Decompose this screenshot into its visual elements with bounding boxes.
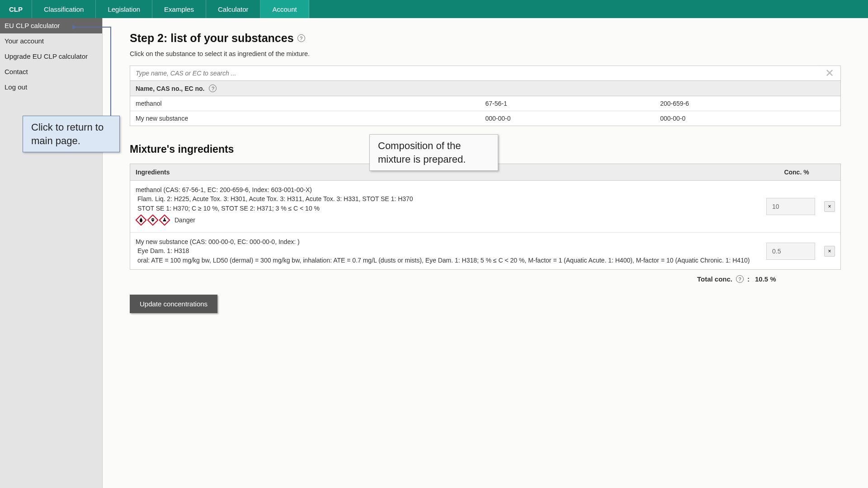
nav-examples[interactable]: Examples <box>152 0 206 18</box>
remove-ingredient-button[interactable]: × <box>824 201 835 212</box>
substance-row[interactable]: methanol 67-56-1 200-659-6 <box>130 96 840 111</box>
hazard-pictograms: Danger <box>136 215 195 225</box>
ingredients-header: Ingredients Conc. % <box>130 164 840 181</box>
ingredient-line1: methanol (CAS: 67-56-1, EC: 200-659-6, I… <box>136 185 758 194</box>
substance-name: My new substance <box>136 115 486 122</box>
svg-point-7 <box>164 218 165 219</box>
ingredient-signal: Danger <box>175 216 195 225</box>
substance-cas: 000-00-0 <box>486 115 660 122</box>
help-icon[interactable]: ? <box>297 34 305 42</box>
ingredient-line3: STOT SE 1: H370; C ≥ 10 %, STOT SE 2: H3… <box>136 204 758 213</box>
ingredients-title: Mixture's ingredients <box>130 143 841 155</box>
nav-account[interactable]: Account <box>260 0 309 18</box>
total-label: Total conc. <box>697 275 732 283</box>
substance-cas: 67-56-1 <box>486 100 660 107</box>
sidebar-item-logout[interactable]: Log out <box>0 80 102 95</box>
ingredient-controls: × <box>758 243 835 260</box>
ingredient-row: My new substance (CAS: 000-00-0, EC: 000… <box>130 233 840 269</box>
ingredient-line2: Flam. Liq. 2: H225, Acute Tox. 3: H301, … <box>136 194 758 203</box>
page-title-text: Step 2: list of your substances <box>130 32 294 45</box>
total-value: 10.5 % <box>755 275 782 283</box>
nav-brand[interactable]: CLP <box>0 0 32 18</box>
nav-legislation[interactable]: Legislation <box>96 0 152 18</box>
ingredients-panel: Ingredients Conc. % methanol (CAS: 67-56… <box>130 164 841 270</box>
sidebar-item-calculator[interactable]: EU CLP calculator <box>0 18 102 33</box>
substance-name: methanol <box>136 100 486 107</box>
ghs-flame-icon <box>136 215 146 225</box>
svg-point-3 <box>152 219 153 220</box>
ingredient-desc: methanol (CAS: 67-56-1, EC: 200-659-6, I… <box>136 185 758 228</box>
ingredient-line3: oral: ATE = 100 mg/kg bw, LD50 (dermal) … <box>136 256 758 265</box>
sidebar: EU CLP calculator Your account Upgrade E… <box>0 18 103 488</box>
ghs-skull-icon <box>147 215 158 225</box>
search-input[interactable] <box>130 66 819 80</box>
sidebar-item-contact[interactable]: Contact <box>0 64 102 80</box>
main-content: Step 2: list of your substances ? Click … <box>103 18 868 488</box>
ingredient-row: methanol (CAS: 67-56-1, EC: 200-659-6, I… <box>130 181 840 233</box>
concentration-input[interactable] <box>766 198 815 215</box>
ingredient-line1: My new substance (CAS: 000-00-0, EC: 000… <box>136 237 758 246</box>
ingredients-header-ing: Ingredients <box>136 169 758 176</box>
sidebar-item-your-account[interactable]: Your account <box>0 33 102 49</box>
page-subtitle: Click on the substance to select it as i… <box>130 50 841 57</box>
substances-header-label: Name, CAS no., EC no. <box>136 85 204 92</box>
substance-ec: 200-659-6 <box>660 100 835 107</box>
help-icon[interactable]: ? <box>736 275 744 283</box>
svg-point-2 <box>151 218 154 221</box>
ingredients-header-conc: Conc. % <box>758 169 835 176</box>
substance-row[interactable]: My new substance 000-00-0 000-00-0 <box>130 111 840 126</box>
substances-panel: ✕ Name, CAS no., EC no. ? methanol 67-56… <box>130 66 841 126</box>
help-icon[interactable]: ? <box>209 84 217 92</box>
page-title: Step 2: list of your substances ? <box>130 32 841 45</box>
svg-point-4 <box>153 219 154 220</box>
clear-search-icon[interactable]: ✕ <box>819 68 840 79</box>
ghs-health-hazard-icon <box>159 215 170 225</box>
remove-ingredient-button[interactable]: × <box>824 246 835 257</box>
ingredient-controls: × <box>758 198 835 215</box>
nav-classification[interactable]: Classification <box>32 0 96 18</box>
substances-header: Name, CAS no., EC no. ? <box>130 81 840 96</box>
substance-ec: 000-00-0 <box>660 115 835 122</box>
svg-rect-5 <box>152 221 153 221</box>
sidebar-item-upgrade[interactable]: Upgrade EU CLP calculator <box>0 49 102 64</box>
update-concentrations-button[interactable]: Update concentrations <box>130 295 217 313</box>
top-nav: CLP Classification Legislation Examples … <box>0 0 868 18</box>
search-row: ✕ <box>130 66 840 81</box>
total-concentration: Total conc. ? : 10.5 % <box>130 275 841 283</box>
nav-calculator[interactable]: Calculator <box>206 0 261 18</box>
concentration-input[interactable] <box>766 243 815 260</box>
ingredient-line2: Eye Dam. 1: H318 <box>136 246 758 255</box>
ingredient-desc: My new substance (CAS: 000-00-0, EC: 000… <box>136 237 758 265</box>
